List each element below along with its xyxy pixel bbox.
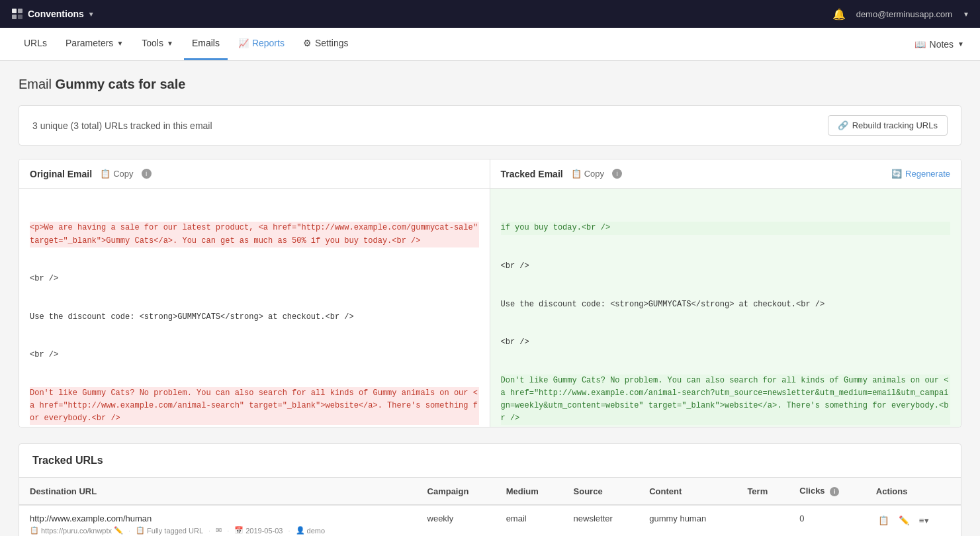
user-dropdown-icon[interactable]: ▼ [963, 11, 969, 18]
email-icon-item: ✉ [216, 526, 222, 535]
col-clicks: Clicks i [789, 478, 865, 505]
svg-rect-0 [12, 9, 17, 13]
row-clicks: 0 [789, 505, 865, 536]
original-email-title: Original Email [30, 169, 92, 179]
row-date: 2019-05-03 [245, 527, 283, 535]
original-email-copy-button[interactable]: 📋 Copy [97, 167, 136, 180]
row-medium: email [496, 505, 563, 536]
tracked-email-copy-button[interactable]: 📋 Copy [568, 167, 607, 180]
original-email-info-icon[interactable]: i [142, 169, 152, 179]
row-copy-icon: 📋 [878, 515, 889, 525]
user-item: 👤 demo [296, 526, 326, 535]
nav-item-tools[interactable]: Tools ▼ [134, 28, 181, 60]
page-title-bold: Gummy cats for sale [56, 77, 186, 91]
page-title: Email Gummy cats for sale [19, 77, 961, 92]
meta-separator-4: · [288, 527, 290, 535]
original-line-4: <br /> [30, 349, 479, 361]
meta-separator-3: · [227, 527, 229, 535]
tracked-line-4: <br /> [501, 336, 951, 349]
calendar-icon: 📅 [234, 526, 244, 535]
top-bar: Conventions ▼ 🔔 demo@terminusapp.com ▼ [0, 0, 980, 28]
notes-label: Notes [930, 39, 954, 50]
app-logo[interactable]: Conventions ▼ [11, 7, 95, 21]
tracked-urls-section: Tracked URLs Destination URL Campaign Me… [19, 443, 961, 536]
reports-chart-icon: 📈 [238, 38, 249, 48]
tracked-email-info-icon[interactable]: i [612, 169, 622, 179]
notes-nav[interactable]: 📖 Notes ▼ [914, 39, 964, 50]
row-more-action-button[interactable]: ≡▾ [917, 514, 931, 527]
tracked-urls-table: Destination URL Campaign Medium Source C… [19, 478, 961, 536]
clicks-help-icon[interactable]: i [830, 487, 839, 496]
regenerate-label: Regenerate [905, 169, 950, 179]
row-term [736, 505, 789, 536]
original-line-2: <br /> [30, 273, 479, 285]
url-cell-container: http://www.example.com/human 📋 https://p… [30, 514, 406, 535]
fully-tagged-copy-icon: 📋 [136, 526, 145, 535]
tracked-urls-title: Tracked URLs [19, 444, 961, 478]
nav-item-settings[interactable]: ⚙ Settings [295, 28, 357, 60]
svg-rect-3 [18, 15, 22, 19]
col-actions: Actions [866, 478, 961, 505]
row-source: newsletter [563, 505, 639, 536]
row-user: demo [307, 527, 326, 535]
row-copy-action-button[interactable]: 📋 [876, 514, 891, 527]
original-email-panel: Original Email 📋 Copy i <p>We are having… [19, 159, 490, 427]
main-nav: URLs Parameters ▼ Tools ▼ Emails 📈 Repor… [0, 28, 980, 61]
col-destination-url: Destination URL [19, 478, 417, 505]
notes-book-icon: 📖 [914, 39, 926, 50]
table-header: Destination URL Campaign Medium Source C… [19, 478, 961, 505]
regenerate-refresh-icon: 🔄 [891, 169, 902, 179]
rebuild-link-icon: 🔗 [838, 120, 848, 130]
original-line-3: Use the discount code: <strong>GUMMYCATS… [30, 311, 479, 324]
copy-icon: 📋 [100, 169, 111, 179]
svg-rect-1 [18, 9, 22, 13]
tracked-copy-icon: 📋 [571, 169, 582, 179]
user-icon: 👤 [296, 526, 305, 535]
app-dropdown-icon[interactable]: ▼ [88, 11, 95, 18]
page-title-prefix: Email [19, 77, 52, 91]
user-email[interactable]: demo@terminusapp.com [856, 9, 952, 19]
table-header-row: Destination URL Campaign Medium Source C… [19, 478, 961, 505]
nav-item-reports[interactable]: 📈 Reports [230, 28, 292, 60]
original-line-1: <p>We are having a sale for our latest p… [30, 222, 479, 247]
tools-chevron-icon: ▼ [167, 40, 173, 47]
tracked-email-header: Tracked Email 📋 Copy i 🔄 Regenerate [490, 159, 961, 189]
parameters-chevron-icon: ▼ [116, 40, 123, 47]
row-content: gummy human [639, 505, 736, 536]
regenerate-button[interactable]: 🔄 Regenerate [891, 169, 950, 179]
app-name: Conventions [28, 9, 84, 19]
notification-bell-icon[interactable]: 🔔 [832, 8, 846, 21]
short-url-edit-icon[interactable]: ✏️ [114, 526, 123, 535]
col-content: Content [639, 478, 736, 505]
fully-tagged-url-item: 📋 Fully tagged URL [136, 526, 203, 535]
fully-tagged-url-label: Fully tagged URL [147, 527, 203, 535]
tracked-line-3: Use the discount code: <strong>GUMMYCATS… [501, 298, 951, 311]
summary-bar: 3 unique (3 total) URLs tracked in this … [19, 105, 961, 146]
row-edit-icon: ✏️ [899, 515, 910, 525]
tracked-line-2: <br /> [501, 260, 951, 273]
nav-urls-label: URLs [24, 38, 47, 48]
original-email-header: Original Email 📋 Copy i [19, 159, 490, 189]
destination-url-value: http://www.example.com/human [30, 514, 406, 523]
rebuild-tracking-urls-button[interactable]: 🔗 Rebuild tracking URLs [828, 115, 948, 136]
row-more-icon: ≡▾ [919, 515, 929, 525]
short-url-item: 📋 https://puru.co/knwptx ✏️ [30, 526, 123, 535]
row-url-cell: http://www.example.com/human 📋 https://p… [19, 505, 417, 536]
settings-gear-icon: ⚙ [303, 38, 312, 48]
meta-separator-2: · [208, 527, 210, 535]
meta-separator-1: · [128, 527, 130, 535]
nav-item-urls[interactable]: URLs [16, 28, 55, 60]
tracked-email-code: if you buy today.<br /> <br /> Use the d… [490, 189, 961, 427]
svg-rect-2 [12, 15, 17, 19]
nav-settings-label: Settings [315, 38, 349, 48]
tracked-email-title: Tracked Email [501, 169, 563, 179]
main-nav-left: URLs Parameters ▼ Tools ▼ Emails 📈 Repor… [16, 28, 357, 60]
summary-text: 3 unique (3 total) URLs tracked in this … [32, 120, 212, 131]
nav-item-emails[interactable]: Emails [184, 28, 228, 60]
table-body: http://www.example.com/human 📋 https://p… [19, 505, 961, 536]
logo-icon [11, 7, 24, 21]
nav-item-parameters[interactable]: Parameters ▼ [58, 28, 131, 60]
col-term: Term [736, 478, 789, 505]
email-icon: ✉ [216, 526, 222, 535]
row-edit-action-button[interactable]: ✏️ [897, 514, 912, 527]
